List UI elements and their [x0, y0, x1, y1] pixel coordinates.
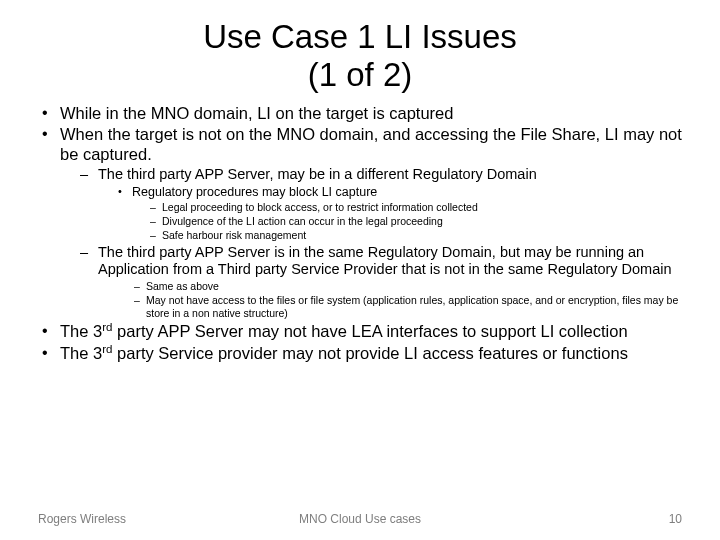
bullet-text: Legal proceeding to block access, or to …: [162, 201, 478, 213]
slide-number: 10: [669, 512, 682, 526]
bullet-text: The 3rd party APP Server may not have LE…: [60, 322, 628, 340]
bullet-item: Regulatory procedures may block LI captu…: [116, 185, 682, 242]
bullet-text: Divulgence of the LI action can occur in…: [162, 215, 443, 227]
bullet-text: May not have access to the files or file…: [146, 294, 678, 319]
footer-center: MNO Cloud Use cases: [38, 512, 682, 526]
title-line-2: (1 of 2): [308, 56, 413, 93]
bullet-item: When the target is not on the MNO domain…: [38, 125, 682, 320]
bullet-item: Legal proceeding to block access, or to …: [148, 201, 682, 214]
footer-left: Rogers Wireless: [38, 512, 126, 526]
slide-title: Use Case 1 LI Issues (1 of 2): [38, 18, 682, 94]
bullet-item: The third party APP Server, may be in a …: [78, 166, 682, 242]
slide: Use Case 1 LI Issues (1 of 2) While in t…: [0, 0, 720, 540]
bullet-item: May not have access to the files or file…: [132, 294, 682, 320]
bullet-text: Same as above: [146, 280, 219, 292]
bullet-item: Safe harbour risk management: [148, 229, 682, 242]
bullet-text: Regulatory procedures may block LI captu…: [132, 185, 377, 199]
bullet-item: While in the MNO domain, LI on the targe…: [38, 104, 682, 123]
bullet-list: While in the MNO domain, LI on the targe…: [38, 104, 682, 363]
bullet-text: When the target is not on the MNO domain…: [60, 125, 682, 162]
bullet-text: Safe harbour risk management: [162, 229, 306, 241]
bullet-text: The 3rd party Service provider may not p…: [60, 344, 628, 362]
slide-footer: Rogers Wireless MNO Cloud Use cases 10: [0, 512, 720, 526]
bullet-text: The third party APP Server, may be in a …: [98, 166, 537, 182]
bullet-text: While in the MNO domain, LI on the targe…: [60, 104, 453, 122]
bullet-item: Divulgence of the LI action can occur in…: [148, 215, 682, 228]
bullet-text: The third party APP Server is in the sam…: [98, 244, 672, 277]
bullet-item: The 3rd party APP Server may not have LE…: [38, 322, 682, 341]
bullet-item: The third party APP Server is in the sam…: [78, 244, 682, 320]
bullet-item: The 3rd party Service provider may not p…: [38, 344, 682, 363]
bullet-item: Same as above: [132, 280, 682, 293]
title-line-1: Use Case 1 LI Issues: [203, 18, 517, 55]
